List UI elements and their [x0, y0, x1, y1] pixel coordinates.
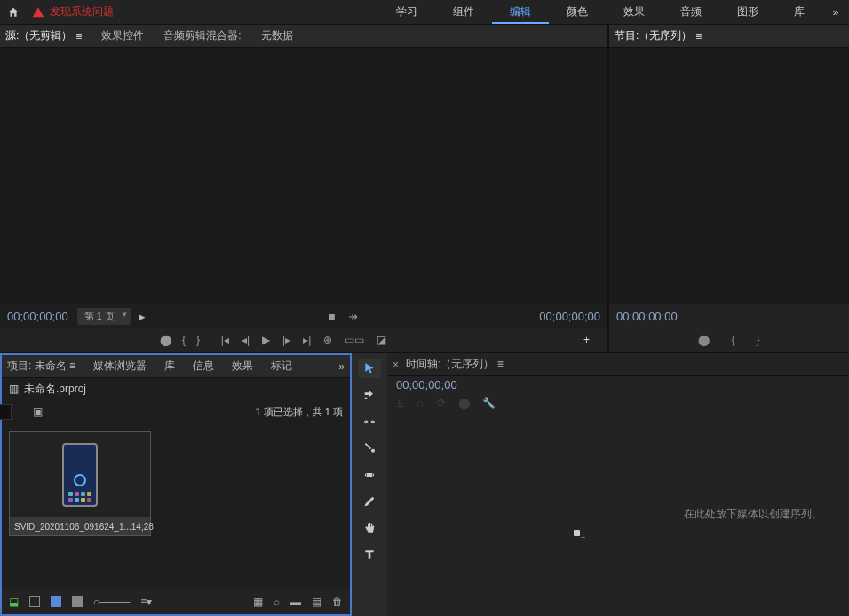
source-tc-right: 00;00;00;00 [539, 310, 600, 323]
bin-icon: ▥ [9, 383, 19, 395]
step-back-icon[interactable]: ◂| [242, 334, 250, 346]
folder-icon[interactable]: ▣ [33, 406, 43, 418]
source-panel-tabs: 源:（无剪辑） ≡ 效果控件 音频剪辑混合器: 元数据 [0, 25, 607, 48]
hand-tool[interactable] [358, 518, 381, 538]
marker-icon[interactable]: ⬤ [160, 334, 171, 346]
menu-icon: ≡ [75, 30, 82, 43]
program-monitor-panel: 节目:（无序列） ≡ 00;00;00;00 ⬤ { } [609, 25, 849, 352]
tab-media-browser[interactable]: 媒体浏览器 [93, 359, 147, 374]
warning-text: 发现系统问题 [50, 4, 114, 20]
out-point-icon[interactable]: } [196, 334, 200, 346]
tab-timeline[interactable]: 时间轴:（无序列） ≡ [406, 357, 504, 372]
new-item-icon[interactable]: ▤ [312, 596, 321, 608]
out-point-icon[interactable]: } [757, 334, 760, 346]
timeline-drop-area[interactable]: 在此处放下媒体以创建序列。 [387, 413, 849, 616]
program-view [609, 48, 849, 304]
system-warning[interactable]: 发现系统问题 [32, 4, 114, 20]
clip-thumbnail [10, 432, 150, 517]
project-bin[interactable]: SVID_20201106_091624_1... 14;28 [2, 424, 350, 589]
tab-effect-controls[interactable]: 效果控件 [101, 28, 144, 43]
freeform-view-icon[interactable] [72, 596, 83, 607]
in-point-icon[interactable]: { [182, 334, 186, 346]
icon-view-icon[interactable] [51, 596, 61, 607]
find-icon[interactable]: ⌕ [274, 596, 280, 608]
tab-info[interactable]: 信息 [193, 359, 214, 374]
new-bin-icon[interactable]: ▬ [290, 596, 301, 608]
timeline-empty-text: 在此处放下媒体以创建序列。 [684, 507, 822, 522]
lock-icon[interactable]: ⬓ [9, 596, 19, 608]
project-search-input[interactable] [0, 404, 12, 420]
menu-icon: ≡ [695, 30, 702, 43]
nav-图形[interactable]: 图形 [719, 0, 776, 24]
drag-cursor-icon [574, 530, 584, 541]
tab-program[interactable]: 节目:（无序列） ≡ [615, 28, 702, 43]
link-icon[interactable]: ⟳ [437, 397, 446, 409]
nav-学习[interactable]: 学习 [378, 0, 435, 24]
timeline-panel: × 时间轴:（无序列） ≡ 00;00;00;00 ⊻ ∩ ⟳ ⬤ 🔧 在此处放… [387, 353, 849, 616]
tab-markers[interactable]: 标记 [271, 359, 292, 374]
ripple-edit-tool[interactable] [358, 412, 381, 431]
play-arrow-icon[interactable]: ▸ [139, 310, 146, 323]
type-tool[interactable] [358, 545, 381, 565]
go-to-in-icon[interactable]: |◂ [221, 334, 229, 346]
nav-组件[interactable]: 组件 [435, 0, 492, 24]
nav-overflow[interactable]: » [822, 6, 849, 19]
zoom-slider[interactable]: ○──── [93, 596, 130, 608]
tab-library[interactable]: 库 [164, 359, 175, 374]
program-tc: 00;00;00;00 [616, 310, 678, 323]
nav-音频[interactable]: 音频 [663, 0, 719, 24]
source-tc-left: 00;00;00;00 [7, 310, 68, 323]
tools-panel [352, 353, 387, 616]
snap-icon[interactable]: ⊻ [396, 397, 404, 409]
insert-icon[interactable]: ⊕ [323, 334, 332, 346]
project-filename: 未命名.prproj [24, 382, 86, 397]
timeline-tc: 00;00;00;00 [396, 378, 457, 391]
magnet-icon[interactable]: ∩ [417, 397, 424, 409]
razor-tool[interactable] [358, 438, 381, 458]
tab-effects[interactable]: 效果 [232, 359, 253, 374]
source-transport: ⬤ { } |◂ ◂| ▶ |▸ ▸| ⊕ ▭▭ ◪ + [0, 328, 607, 352]
selection-count: 1 项已选择，共 1 项 [256, 406, 343, 419]
stop-icon[interactable]: ■ [326, 310, 338, 322]
tab-source[interactable]: 源:（无剪辑） ≡ [5, 28, 82, 43]
clip-name: SVID_20201106_091624_1... [14, 522, 131, 532]
overwrite-icon[interactable]: ▭▭ [345, 334, 364, 346]
top-nav: 学习组件编辑颜色效果音频图形库 [378, 0, 822, 24]
sort-icon[interactable]: ≡▾ [140, 596, 152, 608]
overlay-icon[interactable]: ↠ [347, 310, 360, 322]
tab-audio-mixer[interactable]: 音频剪辑混合器: [163, 28, 241, 43]
pen-tool[interactable] [358, 492, 381, 511]
source-view [0, 48, 607, 304]
nav-颜色[interactable]: 颜色 [549, 0, 606, 24]
in-point-icon[interactable]: { [731, 334, 734, 346]
tab-project[interactable]: 项目: 未命名 ≡ [7, 359, 75, 374]
trash-icon[interactable]: 🗑 [332, 596, 343, 608]
tab-metadata[interactable]: 元数据 [261, 28, 293, 43]
project-overflow[interactable]: » [338, 360, 345, 373]
home-button[interactable] [0, 6, 27, 19]
timeline-toolbar: ⊻ ∩ ⟳ ⬤ 🔧 [387, 393, 849, 413]
go-to-out-icon[interactable]: ▸| [303, 334, 311, 346]
nav-效果[interactable]: 效果 [606, 0, 663, 24]
nav-编辑[interactable]: 编辑 [492, 0, 549, 24]
track-select-tool[interactable] [358, 385, 381, 405]
list-view-icon[interactable] [29, 596, 40, 607]
selection-tool[interactable] [358, 359, 381, 378]
source-page-select[interactable]: 第 1 页 [77, 308, 131, 325]
automate-icon[interactable]: ▦ [253, 596, 263, 608]
marker-icon[interactable]: ⬤ [458, 397, 470, 409]
slip-tool[interactable] [358, 465, 381, 485]
step-fwd-icon[interactable]: |▸ [282, 334, 290, 346]
project-footer: ⬓ ○──── ≡▾ ▦ ⌕ ▬ ▤ 🗑 [2, 589, 350, 614]
settings-icon[interactable]: 🔧 [482, 397, 496, 409]
media-clip[interactable]: SVID_20201106_091624_1... 14;28 [9, 431, 151, 536]
button-editor-icon[interactable]: + [583, 334, 590, 346]
marker-icon[interactable]: ⬤ [698, 334, 710, 346]
close-tab-icon[interactable]: × [393, 359, 399, 371]
clip-duration: 14;28 [131, 522, 154, 532]
play-icon[interactable]: ▶ [262, 334, 270, 346]
source-timecode-bar: 00;00;00;00 第 1 页 ▸ ■ ↠ 00;00;00;00 [0, 304, 607, 328]
project-panel: 项目: 未命名 ≡ 媒体浏览器 库 信息 效果 标记 » ▥ 未命名.prpro… [0, 353, 352, 616]
export-frame-icon[interactable]: ◪ [377, 334, 386, 346]
nav-库[interactable]: 库 [776, 0, 822, 24]
